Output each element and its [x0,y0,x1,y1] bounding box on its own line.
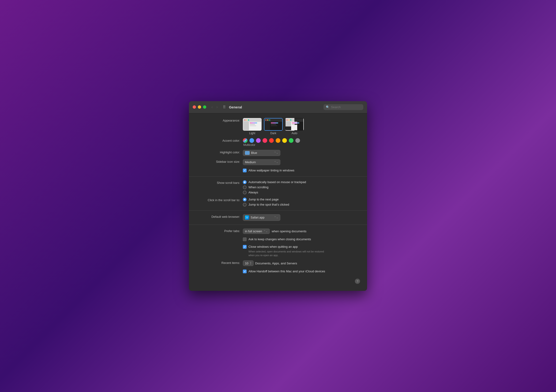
accent-blue[interactable] [249,138,254,143]
appearance-thumbnails: Light [243,118,304,135]
settings-window: ‹ › ⠿ General 🔍 Appearance: [189,101,367,291]
appearance-dark[interactable]: Dark [264,118,283,135]
window-title: General [229,105,242,109]
scroll-always-radio[interactable] [243,191,247,194]
highlight-color-content: Blue ⌃⌄ [243,150,360,156]
ask-keep-changes-row: Ask to keep changes when closing documen… [196,237,360,241]
highlight-color-dropdown[interactable]: Blue ⌃⌄ [243,150,280,156]
appearance-section: Appearance: [189,118,367,173]
default-browser-content: ◎ Safari.app ⌃⌄ [243,214,360,221]
appearance-dark-thumb [264,118,283,131]
wallpaper-tinting-row: ✓ Allow wallpaper tinting in windows [196,168,360,173]
sidebar-size-dropdown-arrow: ⌃⌄ [274,161,278,164]
sidebar-icon-size-dropdown[interactable]: Medium ⌃⌄ [243,159,280,165]
close-windows-label [196,245,243,245]
content-area: Appearance: [189,113,367,291]
recent-items-after-text: Documents, Apps, and Servers [255,262,297,265]
click-scroll-bar-row: Click in the scroll bar to: Jump to the … [196,198,360,207]
prefer-tabs-label: Prefer tabs: [196,229,243,233]
allow-handoff-checkbox[interactable]: ✓ [243,270,247,273]
divider-1 [189,176,367,177]
scroll-scrolling-radio[interactable] [243,185,247,189]
appearance-options: Light [243,118,360,135]
accent-yellow[interactable] [282,138,287,143]
recent-items-row: Recent items: 10 ▲ ▼ Documents, Apps, an… [196,260,360,266]
close-windows-note: When selected, open documents and window… [248,250,324,257]
close-button[interactable] [193,105,196,109]
wallpaper-tinting-checkbox[interactable]: ✓ [243,169,247,172]
maximize-button[interactable] [203,105,206,109]
prefer-tabs-content: in full screen ⌃⌄ when opening documents [243,229,360,234]
highlight-color-swatch [245,151,250,155]
ask-keep-changes-checkbox-row: Ask to keep changes when closing documen… [243,237,311,241]
appearance-label: Appearance: [196,118,243,123]
divider-3 [189,225,367,225]
accent-purple[interactable] [256,138,261,143]
minimize-button[interactable] [198,105,201,109]
ask-keep-changes-checkbox[interactable] [243,237,247,241]
ask-keep-changes-text: Ask to keep changes when closing documen… [248,237,311,241]
allow-handoff-checkbox-row: ✓ Allow Handoff between this Mac and you… [243,269,325,273]
close-windows-content: ✓ Close windows when quitting an app Whe… [243,245,360,257]
accent-color-content: Multicolor [243,138,360,147]
accent-graphite[interactable] [295,138,300,143]
appearance-light-label: Light [249,132,255,135]
scroll-auto-radio-inner [244,181,245,183]
titlebar: ‹ › ⠿ General 🔍 [189,101,367,113]
close-windows-checkbox-row: ✓ Close windows when quitting an app [243,245,298,249]
highlight-color-label: Highlight color: [196,150,243,155]
scroll-auto-radio[interactable] [243,180,247,184]
safari-icon: ◎ [245,215,249,220]
accent-green[interactable] [289,138,293,143]
stepper-down-arrow[interactable]: ▼ [250,263,252,265]
allow-handoff-row: ✓ Allow Handoff between this Mac and you… [196,269,360,273]
close-windows-checkbox[interactable]: ✓ [243,245,247,249]
scroll-scrolling-row: When scrolling [243,185,306,189]
prefer-tabs-arrow: ⌃⌄ [263,230,268,233]
grid-icon[interactable]: ⠿ [223,105,226,109]
stepper-arrows: ▲ ▼ [250,261,252,265]
accent-red[interactable] [269,138,274,143]
sidebar-icon-size-value: Medium [245,160,256,164]
prefer-tabs-dropdown[interactable]: in full screen ⌃⌄ [243,229,270,234]
help-button[interactable]: ? [355,279,360,284]
sidebar-icon-size-label: Sidebar icon size: [196,159,243,164]
wallpaper-tinting-check-icon: ✓ [244,169,246,172]
accent-color-row: Accent color: [196,138,360,147]
forward-button[interactable]: › [215,104,219,110]
scroll-always-row: Always [243,191,306,194]
accent-pink[interactable] [263,138,267,143]
show-scroll-bars-content: Automatically based on mouse or trackpad… [243,180,360,194]
divider-2 [189,210,367,211]
traffic-lights [193,105,206,109]
click-scroll-bar-label: Click in the scroll bar to: [196,198,243,202]
wallpaper-tinting-text: Allow wallpaper tinting in windows [248,168,294,173]
click-next-page-row: Jump to the next page [243,198,289,201]
recent-items-value: 10 [245,262,248,265]
appearance-auto-label: Auto [292,132,297,135]
wallpaper-tinting-label [196,168,243,169]
prefer-tabs-after-text: when opening documents [272,229,306,233]
accent-orange[interactable] [276,138,280,143]
scroll-auto-row: Automatically based on mouse or trackpad [243,180,306,184]
search-input[interactable] [331,105,361,109]
search-bar: 🔍 [324,104,363,110]
back-button[interactable]: ‹ [210,104,214,110]
accent-current-label: Multicolor [243,143,300,147]
default-browser-label: Default web browser: [196,214,243,219]
appearance-light[interactable]: Light [243,118,262,135]
click-spot-radio[interactable] [243,203,247,207]
prefer-tabs-options: in full screen ⌃⌄ when opening documents [243,229,306,234]
appearance-auto[interactable]: Auto [285,118,304,135]
wallpaper-tinting-content: ✓ Allow wallpaper tinting in windows [243,168,360,173]
accent-multicolor[interactable] [243,138,247,143]
accent-color-section: Multicolor [243,138,300,147]
wallpaper-tinting-checkbox-row: ✓ Allow wallpaper tinting in windows [243,168,294,173]
default-browser-row: Default web browser: ◎ Safari.app ⌃⌄ [196,214,360,221]
recent-items-stepper[interactable]: 10 ▲ ▼ [243,260,254,266]
prefer-tabs-value: in full screen [245,229,262,233]
highlight-color-row: Highlight color: Blue ⌃⌄ [196,150,360,156]
search-icon: 🔍 [326,105,330,109]
click-next-page-radio[interactable] [243,198,247,201]
default-browser-dropdown[interactable]: ◎ Safari.app ⌃⌄ [243,214,280,221]
